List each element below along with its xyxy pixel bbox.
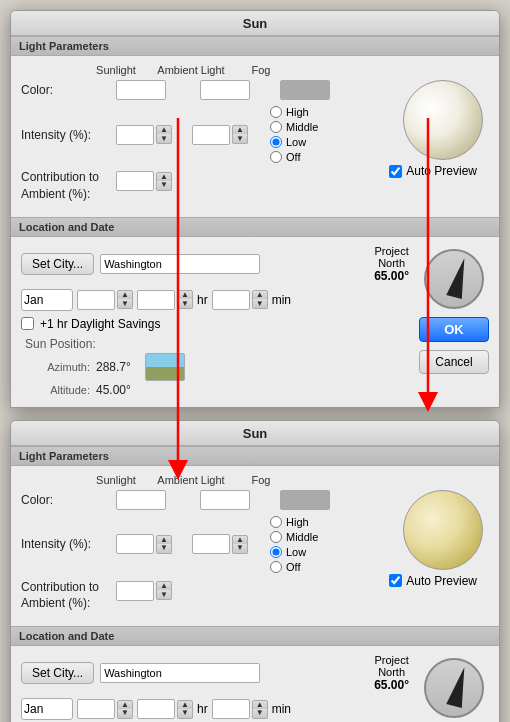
window-title-2: Sun [11,421,499,446]
ambient-color-1[interactable] [200,80,250,100]
fog-high-radio-1[interactable] [270,106,282,118]
altitude-label-1: Altitude: [35,384,90,396]
day-down-1[interactable]: ▼ [117,299,133,309]
fog-color-2[interactable] [280,490,330,510]
day-input-1[interactable]: 1 [77,290,115,310]
month-select-2[interactable]: JanFebMar AprMayJun JulAugSep OctNovDec [21,698,73,720]
fog-radio-group-2: High Middle Low Off [270,516,318,573]
day-stepper-1[interactable]: 1 ▲ ▼ [77,290,133,310]
intensity-ambient-stepper-2[interactable]: 65 ▲ ▼ [192,534,248,554]
compass-2 [424,658,484,718]
col-header-fog-2: Fog [231,474,291,486]
window-title: Sun [11,11,499,36]
fog-low-radio-2[interactable] [270,546,282,558]
col-header-sunlight-2: Sunlight [81,474,151,486]
project-north-1: Project North 65.00° [374,245,409,283]
minute-stepper-1[interactable]: 0 ▲ ▼ [212,290,268,310]
contribution-input-1[interactable]: 41 [116,171,154,191]
intensity-ambient-input-1[interactable]: 65 [192,125,230,145]
minute-down-1[interactable]: ▼ [252,299,268,309]
contribution-input-2[interactable]: 42 [116,581,154,601]
intensity-ambient-stepper-1[interactable]: 65 ▲ ▼ [192,125,248,145]
section-location-2: Location and Date [11,626,499,646]
section-location-1: Location and Date [11,217,499,237]
intensity-sunlight-down-2[interactable]: ▼ [156,544,172,554]
sun-pos-title-1: Sun Position: [25,337,409,351]
min-label-1: min [272,293,291,307]
color-label-2: Color: [21,493,116,507]
auto-preview-label-1[interactable]: Auto Preview [389,164,477,178]
compass-needle-2 [446,665,472,708]
ambient-color-2[interactable] [200,490,250,510]
fog-off-radio-2[interactable] [270,561,282,573]
hour-input-2[interactable]: 0 [137,699,175,719]
day-down-2[interactable]: ▼ [117,709,133,719]
contribution-down-1[interactable]: ▼ [156,181,172,191]
fog-radio-group-1: High Middle Low Off [270,106,318,163]
sunlight-color-2[interactable] [116,490,166,510]
hour-down-2[interactable]: ▼ [177,709,193,719]
min-label-2: min [272,702,291,716]
compass-needle-1 [446,256,472,299]
landscape-icon-1 [145,353,185,381]
minute-down-2[interactable]: ▼ [252,709,268,719]
ok-btn-1[interactable]: OK [419,317,489,342]
azimuth-val-1: 288.7° [96,360,131,374]
azimuth-label-1: Azimuth: [35,361,90,373]
auto-preview-label-2[interactable]: Auto Preview [389,574,477,588]
hr-label-1: hr [197,293,208,307]
day-stepper-2[interactable]: 1 ▲ ▼ [77,699,133,719]
project-north-2: Project North 65.00° [374,654,409,692]
sunlight-color-1[interactable] [116,80,166,100]
intensity-label-2: Intensity (%): [21,537,116,551]
minute-input-2[interactable]: 0 [212,699,250,719]
contribution-down-2[interactable]: ▼ [156,590,172,600]
fog-middle-radio-2[interactable] [270,531,282,543]
hr-label-2: hr [197,702,208,716]
contribution-label-2: Contribution toAmbient (%): [21,579,116,613]
intensity-sunlight-stepper-2[interactable]: 85 ▲ ▼ [116,534,172,554]
city-input-2[interactable] [100,663,260,683]
intensity-sunlight-down-1[interactable]: ▼ [156,134,172,144]
intensity-ambient-down-1[interactable]: ▼ [232,134,248,144]
hour-down-1[interactable]: ▼ [177,299,193,309]
fog-off-radio-1[interactable] [270,151,282,163]
contribution-stepper-2[interactable]: 42 ▲ ▼ [116,581,172,601]
minute-stepper-2[interactable]: 0 ▲ ▼ [212,699,268,719]
fog-color-1[interactable] [280,80,330,100]
col-header-ambient-2: Ambient Light [151,474,231,486]
contribution-stepper-1[interactable]: 41 ▲ ▼ [116,171,172,191]
month-select-1[interactable]: JanFebMar AprMayJun JulAugSep OctNovDec [21,289,73,311]
intensity-sunlight-input-2[interactable]: 85 [116,534,154,554]
daylight-check-1[interactable] [21,317,34,330]
auto-preview-check-1[interactable] [389,165,402,178]
day-input-2[interactable]: 1 [77,699,115,719]
intensity-ambient-input-2[interactable]: 65 [192,534,230,554]
fog-high-radio-2[interactable] [270,516,282,528]
section-light-params-2: Light Parameters [11,446,499,466]
contribution-label-1: Contribution toAmbient (%): [21,169,116,203]
set-city-btn-1[interactable]: Set City... [21,253,94,275]
preview-sphere-1 [403,80,483,160]
auto-preview-check-2[interactable] [389,574,402,587]
cancel-btn-1[interactable]: Cancel [419,350,489,374]
col-header-sunlight-1: Sunlight [81,64,151,76]
hour-stepper-1[interactable]: 0 ▲ ▼ [137,290,193,310]
col-header-fog-1: Fog [231,64,291,76]
preview-sphere-2 [403,490,483,570]
intensity-ambient-down-2[interactable]: ▼ [232,544,248,554]
altitude-val-1: 45.00° [96,383,131,397]
fog-low-radio-1[interactable] [270,136,282,148]
intensity-sunlight-stepper-1[interactable]: 85 ▲ ▼ [116,125,172,145]
fog-middle-radio-1[interactable] [270,121,282,133]
intensity-label-1: Intensity (%): [21,128,116,142]
section-light-params-1: Light Parameters [11,36,499,56]
set-city-btn-2[interactable]: Set City... [21,662,94,684]
minute-input-1[interactable]: 0 [212,290,250,310]
color-label-1: Color: [21,83,116,97]
city-input-1[interactable] [100,254,260,274]
hour-stepper-2[interactable]: 0 ▲ ▼ [137,699,193,719]
col-header-ambient-1: Ambient Light [151,64,231,76]
hour-input-1[interactable]: 0 [137,290,175,310]
intensity-sunlight-input-1[interactable]: 85 [116,125,154,145]
